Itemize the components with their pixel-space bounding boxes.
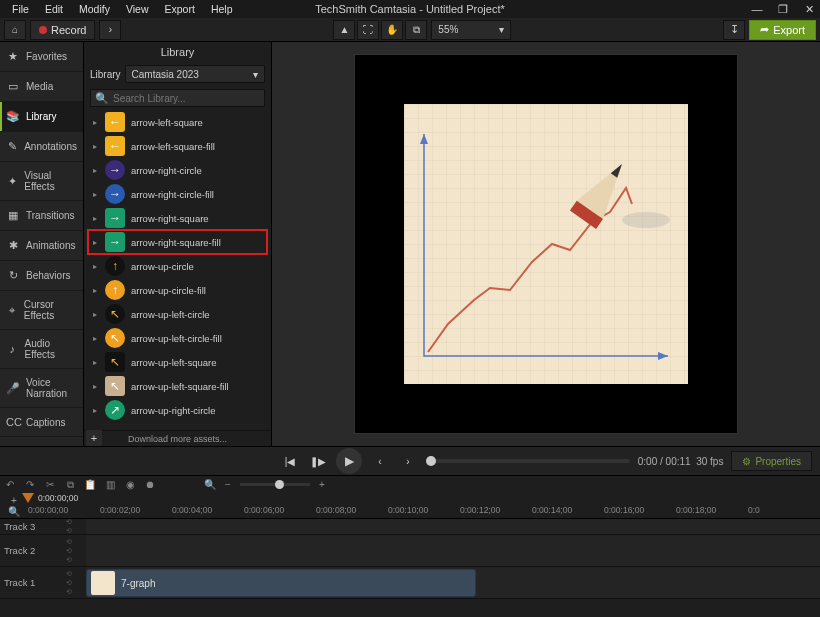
track-1: Track 1 ⟲⟲⟲ 7-graph: [0, 567, 820, 599]
asset-item[interactable]: ▸ ↗ arrow-up-right-circle: [88, 398, 267, 422]
zoom-slider-handle[interactable]: [275, 480, 284, 489]
sidebar-item-library[interactable]: 📚Library: [0, 102, 83, 132]
expand-icon[interactable]: ▸: [90, 358, 99, 367]
expand-icon[interactable]: ▸: [90, 262, 99, 271]
expand-icon[interactable]: ▸: [90, 310, 99, 319]
home-button[interactable]: ⌂: [4, 20, 26, 40]
sidebar-item-audio-effects[interactable]: ♪Audio Effects: [0, 330, 83, 369]
redo-button[interactable]: ↷: [24, 479, 36, 490]
window-minimize[interactable]: —: [750, 3, 764, 16]
asset-item[interactable]: ▸ ↖ arrow-up-left-circle-fill: [88, 326, 267, 350]
expand-icon[interactable]: ▸: [90, 406, 99, 415]
sidebar-item-voice-narration[interactable]: 🎤Voice Narration: [0, 369, 83, 408]
record-button[interactable]: Record: [30, 20, 95, 40]
sidebar-item-transitions[interactable]: ▦Transitions: [0, 201, 83, 231]
asset-item[interactable]: ▸ → arrow-right-square: [88, 206, 267, 230]
window-maximize[interactable]: ❐: [776, 3, 790, 16]
mini-record-button[interactable]: ⏺: [144, 479, 156, 490]
menu-modify[interactable]: Modify: [71, 1, 118, 17]
asset-item[interactable]: ▸ → arrow-right-circle: [88, 158, 267, 182]
sidebar-item-animations[interactable]: ✱Animations: [0, 231, 83, 261]
menu-view[interactable]: View: [118, 1, 157, 17]
prev-frame-button[interactable]: |◀: [280, 451, 300, 471]
expand-icon[interactable]: ▸: [90, 118, 99, 127]
track-add-button[interactable]: +: [11, 495, 17, 506]
expand-icon[interactable]: ▸: [90, 334, 99, 343]
ruler-tick: 0:0: [748, 505, 820, 518]
canvas-media[interactable]: [404, 104, 688, 384]
menu-file[interactable]: File: [4, 1, 37, 17]
track-body[interactable]: [86, 519, 820, 534]
group-tool[interactable]: ⛶: [357, 20, 379, 40]
window-close[interactable]: ✕: [802, 3, 816, 16]
library-selector[interactable]: Camtasia 2023 ▾: [125, 65, 265, 83]
pointer-tool[interactable]: ▲: [333, 20, 355, 40]
search-input[interactable]: [113, 93, 260, 104]
marker-button[interactable]: ◉: [124, 479, 136, 490]
asset-item[interactable]: ▸ ↖ arrow-up-left-square-fill: [88, 374, 267, 398]
paste-button[interactable]: 📋: [84, 479, 96, 490]
track-body[interactable]: [86, 535, 820, 566]
zoom-in-button[interactable]: +: [316, 479, 328, 490]
expand-icon[interactable]: ▸: [90, 142, 99, 151]
sidebar-item-behaviors[interactable]: ↻Behaviors: [0, 261, 83, 291]
asset-item[interactable]: ▸ → arrow-right-square-fill: [88, 230, 267, 254]
expand-icon[interactable]: ▸: [90, 286, 99, 295]
cut-button[interactable]: ✂: [44, 479, 56, 490]
share-button[interactable]: ↧: [723, 20, 745, 40]
play-button[interactable]: ▶: [336, 448, 362, 474]
sidebar-item-visual-effects[interactable]: ✦Visual Effects: [0, 162, 83, 201]
forward-button[interactable]: ›: [398, 451, 418, 471]
asset-thumbnail: →: [105, 184, 125, 204]
track-label[interactable]: Track 2: [0, 535, 66, 566]
library-search[interactable]: 🔍: [90, 89, 265, 107]
asset-thumbnail: ↖: [105, 376, 125, 396]
asset-item[interactable]: ▸ ↖ arrow-up-left-square: [88, 350, 267, 374]
sidebar-item-favorites[interactable]: ★Favorites: [0, 42, 83, 72]
add-asset-button[interactable]: +: [86, 430, 102, 446]
crop-tool[interactable]: ⧉: [405, 20, 427, 40]
timeline-zoom-slider[interactable]: [240, 483, 310, 486]
track-zoom-button[interactable]: 🔍: [8, 506, 20, 517]
step-button[interactable]: ❚▶: [308, 451, 328, 471]
asset-name: arrow-right-square-fill: [131, 237, 221, 248]
sidebar-item-captions[interactable]: CCCaptions: [0, 408, 83, 437]
menu-edit[interactable]: Edit: [37, 1, 71, 17]
timeline-clip[interactable]: 7-graph: [86, 569, 476, 597]
expand-icon[interactable]: ▸: [90, 166, 99, 175]
copy-button[interactable]: ⧉: [64, 479, 76, 491]
properties-button[interactable]: ⚙ Properties: [731, 451, 812, 471]
export-button[interactable]: ➦ Export: [749, 20, 816, 40]
download-more-link[interactable]: Download more assets...: [128, 434, 227, 444]
split-button[interactable]: ▥: [104, 479, 116, 490]
timeline-ruler[interactable]: 0:00:00;00 0:00:00;000:00:02;000:00:04;0…: [28, 493, 820, 518]
sidebar-item-annotations[interactable]: ✎Annotations: [0, 132, 83, 162]
scrubber-handle[interactable]: [426, 456, 436, 466]
track-label[interactable]: Track 3: [0, 519, 66, 534]
back-button[interactable]: ‹: [370, 451, 390, 471]
zoom-out-button[interactable]: −: [222, 479, 234, 490]
sidebar-item-media[interactable]: ▭Media: [0, 72, 83, 102]
canvas[interactable]: [354, 54, 738, 434]
canvas-zoom-select[interactable]: 55% ▾: [431, 20, 511, 40]
asset-item[interactable]: ▸ → arrow-right-circle-fill: [88, 182, 267, 206]
asset-item[interactable]: ▸ ↑ arrow-up-circle: [88, 254, 267, 278]
sidebar-item-label: Animations: [26, 240, 75, 251]
pan-tool[interactable]: ✋: [381, 20, 403, 40]
expand-icon[interactable]: ▸: [90, 190, 99, 199]
undo-button[interactable]: ↶: [4, 479, 16, 490]
track-body[interactable]: 7-graph: [86, 567, 820, 598]
playback-scrubber[interactable]: [426, 459, 630, 463]
menu-help[interactable]: Help: [203, 1, 241, 17]
menu-export[interactable]: Export: [157, 1, 203, 17]
expand-icon[interactable]: ▸: [90, 382, 99, 391]
expand-icon[interactable]: ▸: [90, 214, 99, 223]
asset-item[interactable]: ▸ ← arrow-left-square: [88, 110, 267, 134]
sidebar-item-cursor-effects[interactable]: ⌖Cursor Effects: [0, 291, 83, 330]
record-dropdown[interactable]: ›: [99, 20, 121, 40]
asset-item[interactable]: ▸ ↑ arrow-up-circle-fill: [88, 278, 267, 302]
asset-item[interactable]: ▸ ↖ arrow-up-left-circle: [88, 302, 267, 326]
track-label[interactable]: Track 1: [0, 567, 66, 598]
expand-icon[interactable]: ▸: [90, 238, 99, 247]
asset-item[interactable]: ▸ ← arrow-left-square-fill: [88, 134, 267, 158]
